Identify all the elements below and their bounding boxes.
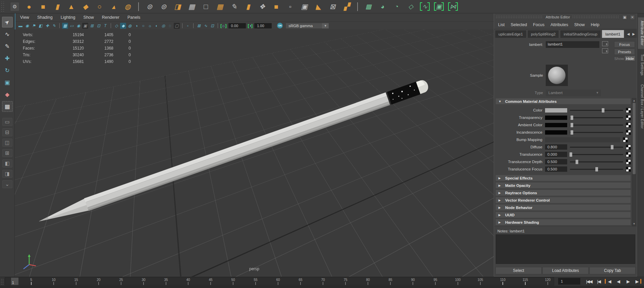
exposure-field[interactable]: 0.00 [228, 23, 246, 28]
select-button[interactable]: Select [495, 267, 542, 274]
viewport-menu[interactable]: Show [84, 15, 94, 20]
viewport-canvas[interactable]: Verts:15194 14050 Edges:30312 27720 Face… [15, 29, 494, 277]
layout-four-pane[interactable]: ⊞ [2, 149, 12, 157]
side-tab-attribute-editor[interactable]: Attribute Editor [638, 17, 644, 49]
collapsed-section[interactable]: ▶ Hardware Shading [495, 219, 631, 225]
translucence-depth-field[interactable]: 0.500 [545, 159, 567, 164]
layout-single-pane[interactable]: ▭ [2, 118, 12, 126]
exposure-toggle-icon[interactable]: [☼] [220, 23, 226, 28]
close-panel-icon[interactable]: ✕ [630, 15, 635, 20]
select-tool[interactable]: ➤ [2, 17, 13, 27]
translucence-depth-map-button[interactable] [626, 159, 631, 164]
move-tool[interactable]: ✚ [2, 53, 13, 64]
color-swatch[interactable] [545, 108, 567, 113]
collapsed-section[interactable]: ▶ Raytrace Options [495, 190, 631, 196]
tab-scroll-left-icon[interactable]: ◀ [627, 32, 630, 36]
hide-button[interactable]: Hide [625, 56, 635, 61]
load-attributes-button[interactable]: Load Attributes [542, 267, 589, 274]
edge-component[interactable]: ▣ [300, 2, 309, 11]
uv-cylindrical-projection[interactable]: ◕ [378, 2, 387, 11]
image-plane-icon[interactable]: ◧ [38, 23, 44, 29]
quad-draw[interactable]: ▞ [342, 2, 352, 11]
uv-automatic-projection[interactable]: ◇ [406, 2, 416, 11]
focus-button[interactable]: Focus [614, 41, 635, 48]
incandescence-map-button[interactable] [626, 130, 631, 135]
show-button[interactable]: Show [614, 56, 624, 61]
target-weld[interactable]: ⊠ [328, 2, 337, 11]
poly-pyramid[interactable]: ▴ [109, 2, 118, 11]
ambient-color-map-button[interactable] [626, 123, 631, 128]
attribute-editor-titlebar[interactable]: Attribute Editor ▣ ✕ [494, 13, 637, 21]
attribute-editor-menu[interactable]: Show [574, 22, 585, 27]
triangulate[interactable]: ◣ [314, 2, 323, 11]
mirror-geometry[interactable]: ◨ [173, 2, 182, 11]
current-frame-field[interactable]: 1 [558, 278, 580, 285]
viewport-menu[interactable]: View [20, 15, 29, 20]
attribute-editor-menu[interactable]: Attributes [550, 22, 568, 27]
uv-spherical-projection[interactable]: ◔ [392, 2, 401, 11]
shelf-grip[interactable] [0, 0, 6, 13]
shadows-icon[interactable]: ◐ [154, 23, 160, 29]
transparency-map-button[interactable] [626, 115, 631, 120]
smooth-proxy[interactable]: ⊜ [159, 2, 168, 11]
node-tab[interactable]: uplicateEdge1 [495, 30, 527, 38]
toolbar-separator-2[interactable] [111, 23, 111, 28]
gamma-toggle-icon[interactable]: [◑] [248, 23, 253, 28]
resolution-gate-icon[interactable]: ◉ [75, 23, 82, 29]
node-tab[interactable]: lambert1 [602, 30, 624, 38]
translucence-map-button[interactable] [626, 152, 631, 157]
isolate-select-icon[interactable]: ▫ [185, 23, 191, 29]
viewport-menu[interactable]: Renderer [102, 15, 119, 20]
textured-icon[interactable]: ◍ [127, 23, 133, 29]
poly-sphere[interactable]: ● [24, 2, 34, 11]
shelf-separator[interactable] [138, 2, 139, 11]
section-common-material-attributes[interactable]: ▼ Common Material Attributes [495, 98, 631, 104]
ambient-color-swatch[interactable] [545, 123, 567, 127]
side-tab-tool-settings[interactable]: Tool Settings [638, 51, 644, 79]
play-backwards-button[interactable]: ◀ [614, 278, 622, 285]
all-lights-icon[interactable]: ☼ [147, 23, 153, 29]
incandescence-slider[interactable] [570, 130, 623, 135]
step-back-frame-button[interactable]: |◀ [595, 278, 603, 285]
uv-editor[interactable]: ▣ [434, 2, 444, 11]
film-gate-icon[interactable]: ▭ [69, 23, 75, 29]
poly-pipe[interactable]: ◍ [123, 2, 132, 11]
scroll-down-icon[interactable]: ▼ [632, 222, 636, 226]
diffuse-field[interactable]: 0.800 [545, 144, 567, 150]
gate-mask-icon[interactable]: ▣ [82, 23, 88, 29]
node-name-field[interactable]: lambert1 [546, 41, 599, 48]
out-connection-icon[interactable] [602, 48, 608, 53]
multi-cut-grid[interactable]: ▦ [215, 2, 225, 11]
camera-tool-icon[interactable]: ▬ [17, 23, 23, 29]
toolbar-separator-4[interactable] [193, 23, 194, 28]
material-type-dropdown[interactable]: Lambert ▼ [546, 89, 601, 96]
layout-two-stacked[interactable]: ⊟ [2, 128, 12, 136]
translucence-focus-map-button[interactable] [626, 167, 631, 172]
motion-blur-icon[interactable]: ◌ [167, 23, 173, 29]
go-to-start-button[interactable]: |◀◀ [585, 278, 593, 285]
viewport-menu[interactable]: Panels [127, 15, 140, 20]
node-tab[interactable]: polySplitRing2 [527, 30, 559, 38]
play-forwards-button[interactable]: ▶ [624, 278, 632, 285]
collapsed-section[interactable]: ▶ Node Behavior [495, 204, 631, 211]
translucence-focus-slider[interactable] [570, 167, 623, 171]
layout-three-split-right[interactable]: ◨ [2, 170, 12, 178]
bump-map-button[interactable] [623, 137, 628, 142]
poly-torus[interactable]: ○ [95, 2, 104, 11]
view-transform-dropdown[interactable]: sRGB gamma ▼ [285, 23, 329, 29]
viewport-menu[interactable]: Lighting [61, 15, 75, 20]
color-management-toggle[interactable]: ON [277, 23, 283, 28]
poly-cube[interactable]: ■ [38, 2, 48, 11]
diffuse-slider[interactable] [570, 145, 623, 149]
attribute-editor-menu[interactable]: Focus [533, 22, 544, 27]
camera-attributes-icon[interactable]: ◉ [24, 23, 30, 29]
copy-tab-button[interactable]: Copy Tab [589, 267, 636, 274]
step-forward-key-button[interactable]: ▶ [634, 278, 642, 285]
bevel[interactable]: ❖ [257, 2, 267, 11]
attribute-editor-menu[interactable]: Help [591, 22, 599, 27]
color-slider[interactable] [570, 108, 623, 113]
current-frame-marker[interactable]: 1 [11, 278, 18, 285]
translucence-field[interactable]: 0.000 [545, 152, 567, 157]
uv-cut-sew[interactable]: ⋈ [448, 2, 458, 11]
subdiv-grid[interactable]: ▦ [187, 2, 197, 11]
